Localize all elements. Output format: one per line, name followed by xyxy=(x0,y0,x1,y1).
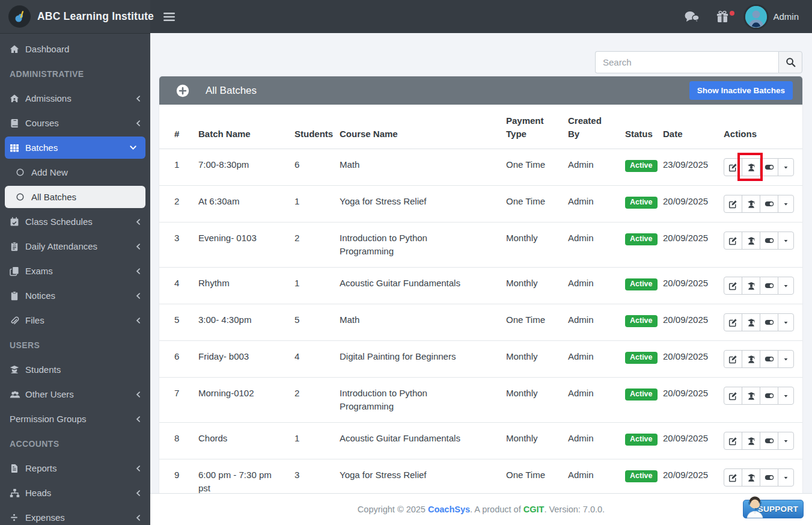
edit-batch-button[interactable] xyxy=(724,313,742,331)
user-menu[interactable]: Admin xyxy=(745,6,799,28)
batch-students-button-highlighted[interactable] xyxy=(742,158,760,176)
sidebar-item-notices[interactable]: Notices xyxy=(0,283,150,308)
show-inactive-batches-button[interactable]: Show Inactive Batches xyxy=(689,81,793,100)
status-cell: Active xyxy=(619,268,657,304)
more-actions-button[interactable] xyxy=(778,232,794,250)
toggle-icon xyxy=(765,354,774,364)
batch-students-button[interactable] xyxy=(742,195,760,213)
sidebar-item-exams[interactable]: Exams xyxy=(0,259,150,283)
add-batch-icon[interactable] xyxy=(176,84,189,97)
coachsys-link[interactable]: CoachSys xyxy=(428,505,470,514)
toggle-status-button[interactable] xyxy=(760,232,778,250)
caret-down-icon xyxy=(783,356,789,363)
add-new-icon xyxy=(16,168,31,177)
column-header-created-by: Created By xyxy=(562,105,619,149)
more-actions-button[interactable] xyxy=(778,432,794,450)
toggle-icon xyxy=(765,236,774,245)
edit-batch-button[interactable] xyxy=(724,432,742,450)
course-name-cell: Yoga for Stress Relief xyxy=(334,186,500,223)
copyright-prefix: Copyright © 2025 xyxy=(358,505,428,514)
toggle-status-button[interactable] xyxy=(760,432,778,450)
edit-batch-button[interactable] xyxy=(724,277,742,295)
edit-icon xyxy=(728,236,737,245)
sidebar-item-add-new[interactable]: Add New xyxy=(0,160,150,185)
batch-row: 3Evening- 01032Introduction to Python Pr… xyxy=(159,223,802,268)
sidebar-item-reports[interactable]: Reports xyxy=(0,456,150,480)
actions-button-group xyxy=(724,232,794,250)
sidebar-item-students[interactable]: Students xyxy=(0,357,150,382)
actions-cell xyxy=(718,304,802,341)
batch-students-button[interactable] xyxy=(742,468,760,487)
actions-cell xyxy=(718,149,802,186)
batch-name-cell: 7:00-8:30pm xyxy=(192,149,288,186)
search-input[interactable] xyxy=(595,51,778,73)
table-header-row: #Batch NameStudentsCourse NamePayment Ty… xyxy=(159,105,802,149)
row-number-cell: 3 xyxy=(159,223,192,268)
sidebar-item-permission-groups[interactable]: Permission Groups xyxy=(0,407,150,431)
support-button[interactable]: SUPPORT xyxy=(743,500,804,518)
all-batches-panel: All Batches Show Inactive Batches #Batch… xyxy=(159,76,802,515)
sidebar-item-batches[interactable]: Batches xyxy=(5,137,145,159)
sidebar-item-daily-attendances[interactable]: Daily Attendances xyxy=(0,234,150,259)
sidebar-item-admissions[interactable]: Admissions xyxy=(0,86,150,111)
column-header-actions: Actions xyxy=(718,105,802,149)
more-actions-button[interactable] xyxy=(778,313,794,331)
batch-students-button[interactable] xyxy=(742,387,760,405)
cgit-link[interactable]: CGIT xyxy=(524,505,545,514)
toggle-status-button[interactable] xyxy=(760,387,778,405)
more-actions-button[interactable] xyxy=(778,468,794,487)
sidebar-item-class-schedules[interactable]: Class Schedules xyxy=(0,209,150,234)
reports-icon xyxy=(10,464,25,473)
payment-type-cell: One Time xyxy=(500,149,562,186)
chevron-left-icon xyxy=(135,317,142,324)
sidebar-section-users: USERS xyxy=(0,333,150,357)
edit-icon xyxy=(728,318,737,327)
more-actions-button[interactable] xyxy=(778,195,794,213)
toggle-icon xyxy=(765,473,774,482)
edit-batch-button[interactable] xyxy=(724,468,742,487)
search-button[interactable] xyxy=(778,51,802,73)
payment-type-cell: Monthly xyxy=(500,341,562,378)
batch-students-button[interactable] xyxy=(742,432,760,450)
toggle-status-button[interactable] xyxy=(760,313,778,331)
batch-students-button[interactable] xyxy=(742,350,760,368)
sidebar-item-dashboard[interactable]: Dashboard xyxy=(0,37,150,61)
more-actions-button[interactable] xyxy=(778,277,794,295)
files-icon xyxy=(10,316,25,325)
more-actions-button[interactable] xyxy=(778,387,794,405)
gift-icon[interactable] xyxy=(716,10,729,23)
edit-batch-button[interactable] xyxy=(724,350,742,368)
course-name-cell: Acoustic Guitar Fundamentals xyxy=(334,268,500,304)
date-cell: 23/09/2025 xyxy=(657,149,718,186)
batch-students-button[interactable] xyxy=(742,277,760,295)
toggle-status-button[interactable] xyxy=(760,468,778,487)
sidebar: DashboardADMINISTRATIVEAdmissionsCourses… xyxy=(0,33,150,525)
status-cell: Active xyxy=(619,149,657,186)
toggle-status-button[interactable] xyxy=(760,195,778,213)
sidebar-item-heads[interactable]: Heads xyxy=(0,480,150,505)
toggle-status-button[interactable] xyxy=(760,277,778,295)
batch-students-button[interactable] xyxy=(742,313,760,331)
sidebar-item-other-users[interactable]: Other Users xyxy=(0,382,150,407)
edit-batch-button[interactable] xyxy=(724,232,742,250)
edit-batch-button[interactable] xyxy=(724,387,742,405)
toggle-status-button[interactable] xyxy=(760,350,778,368)
edit-batch-button[interactable] xyxy=(724,158,742,176)
sidebar-item-courses[interactable]: Courses xyxy=(0,111,150,135)
brand-title: ABC Learning Institute xyxy=(37,10,154,23)
sidebar-item-expenses[interactable]: Expenses xyxy=(0,505,150,525)
sidebar-toggle-button[interactable] xyxy=(163,12,175,22)
brand[interactable]: ABC Learning Institute xyxy=(0,0,150,33)
students-icon xyxy=(10,365,25,375)
more-actions-button[interactable] xyxy=(778,158,794,176)
sidebar-item-files[interactable]: Files xyxy=(0,308,150,333)
batch-students-button[interactable] xyxy=(742,232,760,250)
messages-icon[interactable] xyxy=(684,10,700,23)
date-cell: 20/09/2025 xyxy=(657,223,718,268)
copyright-suffix: . Version: 7.0.0. xyxy=(544,505,605,514)
edit-batch-button[interactable] xyxy=(724,195,742,213)
sidebar-item-label: Exams xyxy=(25,266,53,276)
toggle-status-button[interactable] xyxy=(760,158,778,176)
sidebar-item-all-batches[interactable]: All Batches xyxy=(5,186,145,208)
more-actions-button[interactable] xyxy=(778,350,794,368)
